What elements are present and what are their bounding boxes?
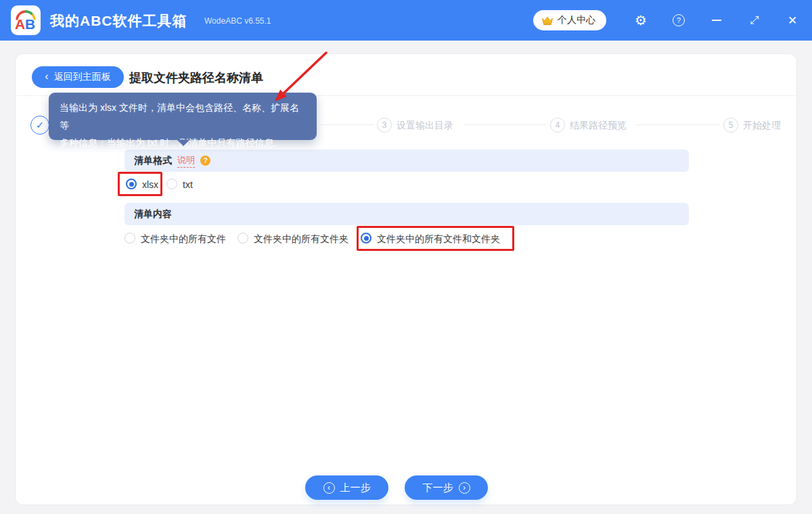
minimize-icon (712, 20, 721, 21)
circle-chevron-left-icon: ‹ (323, 482, 335, 494)
step-connector (320, 124, 374, 125)
step-5-circle: 5 (723, 118, 738, 133)
radio-content-all-files-label[interactable]: 文件夹中的所有文件 (141, 233, 226, 246)
app-title: 我的ABC软件工具箱 (50, 11, 187, 30)
step-3-label: 设置输出目录 (397, 120, 453, 132)
minimize-button[interactable] (703, 0, 730, 41)
step-connector (637, 124, 719, 125)
tooltip-line-1: 当输出为 xlsx 文件时，清单中会包含路径、名称、扩展名等 (60, 99, 306, 134)
close-icon: ✕ (788, 14, 797, 28)
next-step-button[interactable]: 下一步 › (405, 475, 488, 500)
step-4-label: 结果路径预览 (570, 120, 627, 132)
question-badge-icon[interactable]: ? (200, 156, 210, 166)
radio-content-all-folders[interactable] (238, 233, 248, 243)
step-4-circle: 4 (550, 118, 565, 133)
previous-step-button[interactable]: ‹ 上一步 (305, 475, 388, 500)
help-question-glyph: ? (673, 14, 685, 26)
previous-step-label: 上一步 (340, 482, 371, 494)
radio-format-txt[interactable] (166, 179, 177, 189)
radio-content-files-and-folders-label[interactable]: 文件夹中的所有文件和文件夹 (377, 233, 500, 246)
list-content-title: 清单内容 (134, 208, 172, 220)
radio-content-files-and-folders[interactable] (361, 233, 371, 243)
list-format-title: 清单格式 (134, 155, 172, 167)
next-step-label: 下一步 (423, 482, 453, 494)
radio-format-xlsx-label[interactable]: xlsx (142, 179, 158, 190)
maximize-button[interactable]: ⤢ (741, 0, 768, 41)
maximize-icon: ⤢ (750, 14, 759, 26)
back-button-label: 返回到主面板 (54, 71, 111, 83)
step-5-number: 5 (729, 120, 734, 130)
check-icon: ✓ (36, 119, 45, 131)
step-3-circle: 3 (377, 118, 392, 133)
radio-content-all-files[interactable] (125, 233, 135, 243)
titlebar: A B 我的ABC软件工具箱 WodeABC v6.55.1 个人中心 ⚙ ? … (0, 0, 812, 41)
list-format-section-header: 清单格式 说明 ? (125, 149, 689, 172)
back-to-dashboard-button[interactable]: ‹ 返回到主面板 (32, 66, 124, 88)
app-logo-icon: A B (11, 5, 41, 35)
close-button[interactable]: ✕ (779, 0, 806, 41)
user-center-label: 个人中心 (558, 14, 595, 26)
page-title: 提取文件夹路径名称清单 (129, 70, 263, 86)
step-3-number: 3 (382, 120, 387, 130)
chevron-left-icon: ‹ (45, 71, 48, 82)
list-content-section-header: 清单内容 (125, 203, 689, 225)
tooltip-pointer (177, 140, 189, 146)
help-icon[interactable]: ? (665, 0, 692, 41)
settings-gear-icon[interactable]: ⚙ (627, 0, 654, 41)
circle-chevron-right-icon: › (459, 482, 470, 494)
radio-format-xlsx[interactable] (126, 179, 137, 189)
svg-text:B: B (25, 16, 35, 32)
radio-format-txt-label[interactable]: txt (183, 179, 193, 190)
crown-icon (541, 16, 554, 26)
step-5-label: 开始处理 (743, 120, 781, 132)
step-4-number: 4 (556, 120, 560, 130)
user-center-button[interactable]: 个人中心 (533, 10, 606, 30)
app-version: WodeABC v6.55.1 (204, 16, 271, 26)
step-1-completed-icon: ✓ (30, 116, 49, 135)
format-help-link[interactable]: 说明 (177, 154, 195, 168)
step-connector (464, 124, 546, 125)
svg-text:A: A (15, 16, 25, 32)
format-help-tooltip: 当输出为 xlsx 文件时，清单中会包含路径、名称、扩展名等 多种信息；当输出为… (49, 93, 317, 140)
radio-content-all-folders-label[interactable]: 文件夹中的所有文件夹 (254, 233, 348, 246)
